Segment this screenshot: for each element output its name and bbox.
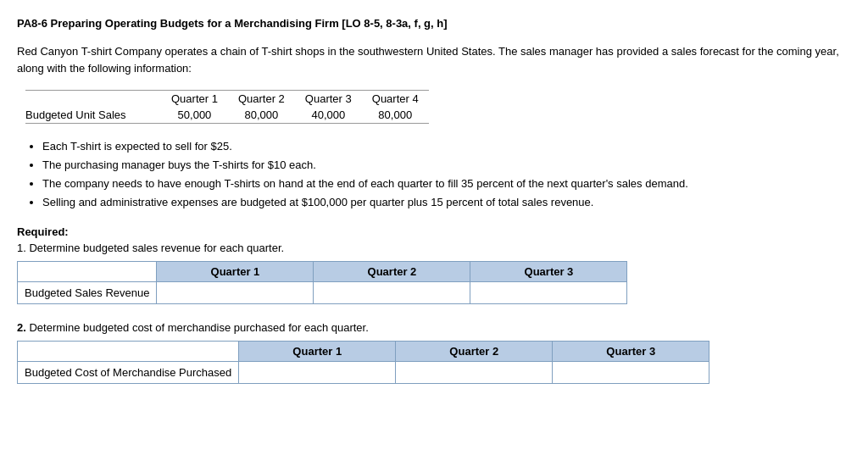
question1-number: 1. [17, 242, 26, 254]
table-row: Budgeted Sales Revenue [18, 282, 627, 304]
q1-input-q3-field[interactable] [477, 286, 620, 299]
q2-input-q3[interactable] [553, 362, 709, 384]
page-title: PA8-6 Preparing Operating Budgets for a … [17, 17, 851, 30]
question1-label: 1. Determine budgeted sales revenue for … [17, 242, 851, 254]
question1-table: Quarter 1 Quarter 2 Quarter 3 Budgeted S… [17, 261, 627, 304]
bullet-3: The company needs to have enough T-shirt… [42, 175, 851, 193]
question2-section: 2. Determine budgeted cost of merchandis… [17, 321, 851, 384]
unit-sales-q1-header: Quarter 1 [161, 91, 228, 108]
q2-input-q2[interactable] [396, 362, 553, 384]
unit-sales-q1-value: 50,000 [161, 107, 228, 124]
q2-table-q2-header: Quarter 2 [396, 342, 553, 362]
bullet-4: Selling and administrative expenses are … [42, 193, 851, 212]
q1-table-q1-header: Quarter 1 [157, 262, 314, 282]
unit-sales-q4-header: Quarter 4 [362, 91, 429, 108]
bullet-list: Each T-shirt is expected to sell for $25… [25, 137, 851, 212]
q1-row-label: Budgeted Sales Revenue [18, 282, 157, 304]
question2-table: Quarter 1 Quarter 2 Quarter 3 Budgeted C… [17, 341, 709, 384]
q2-row-label: Budgeted Cost of Merchandise Purchased [18, 362, 239, 384]
unit-sales-table: Quarter 1 Quarter 2 Quarter 3 Quarter 4 … [25, 90, 429, 124]
table-row: Budgeted Cost of Merchandise Purchased [18, 362, 709, 384]
question1-section: 1. Determine budgeted sales revenue for … [17, 242, 851, 304]
q1-table-q3-header: Quarter 3 [470, 262, 627, 282]
unit-sales-q3-value: 40,000 [295, 107, 362, 124]
unit-sales-q2-value: 80,000 [228, 107, 295, 124]
q2-table-q1-header: Quarter 1 [239, 342, 396, 362]
q2-input-q3-field[interactable] [559, 366, 702, 379]
required-label: Required: [17, 225, 851, 238]
q1-input-q1-field[interactable] [164, 286, 306, 299]
intro-text: Red Canyon T-shirt Company operates a ch… [17, 43, 851, 76]
unit-sales-q2-header: Quarter 2 [228, 91, 295, 108]
question2-label: 2. Determine budgeted cost of merchandis… [17, 321, 851, 334]
q1-input-q2[interactable] [314, 282, 470, 304]
q2-input-q1-field[interactable] [246, 366, 388, 379]
q2-input-q2-field[interactable] [403, 366, 545, 379]
q1-input-q2-field[interactable] [320, 286, 463, 299]
question1-text: Determine budgeted sales revenue for eac… [29, 242, 284, 254]
q1-table-q2-header: Quarter 2 [314, 262, 470, 282]
q1-input-q1[interactable] [157, 282, 314, 304]
unit-sales-q3-header: Quarter 3 [295, 91, 362, 108]
unit-sales-section: Quarter 1 Quarter 2 Quarter 3 Quarter 4 … [17, 90, 851, 124]
q2-table-q3-header: Quarter 3 [553, 342, 709, 362]
question2-text: Determine budgeted cost of merchandise p… [29, 321, 368, 334]
unit-sales-q4-value: 80,000 [362, 107, 429, 124]
question2-number: 2. [17, 321, 26, 334]
q1-input-q3[interactable] [470, 282, 627, 304]
bullet-1: Each T-shirt is expected to sell for $25… [42, 137, 851, 156]
q2-input-q1[interactable] [239, 362, 396, 384]
unit-sales-row-label: Budgeted Unit Sales [25, 107, 161, 124]
bullet-2: The purchasing manager buys the T-shirts… [42, 156, 851, 175]
